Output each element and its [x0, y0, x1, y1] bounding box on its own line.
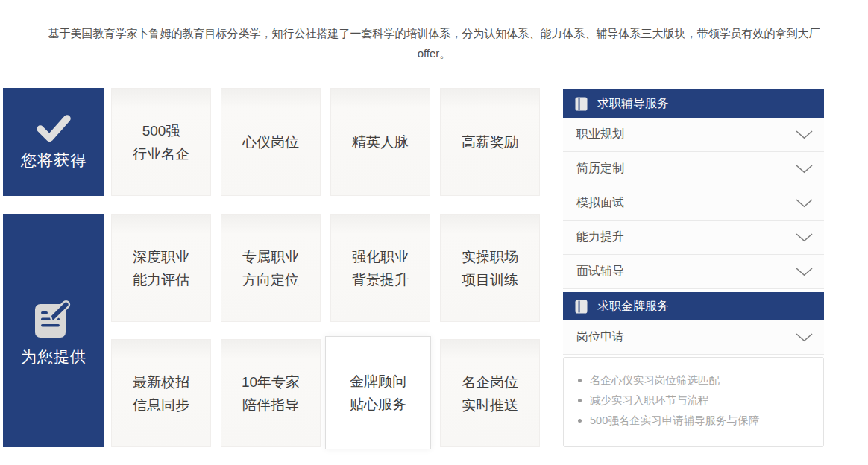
- accordion-label: 能力提升: [576, 230, 624, 245]
- accordion-item-mock-interview[interactable]: 模拟面试: [563, 186, 824, 221]
- card-line: 深度职业: [133, 245, 189, 268]
- provide-card-campus-recruit-sync[interactable]: 最新校招 信息同步: [111, 339, 211, 447]
- accordion-item-ability-improvement[interactable]: 能力提升: [563, 221, 824, 255]
- accordion-item-resume-customization[interactable]: 简历定制: [563, 152, 824, 186]
- accordion-label: 岗位申请: [576, 329, 624, 345]
- chevron-down-icon: [796, 130, 813, 139]
- provide-card-direction-positioning[interactable]: 专属职业 方向定位: [221, 214, 321, 322]
- benefit-item: 减少实习入职环节与流程: [578, 390, 814, 411]
- bullet-dot-icon: [578, 419, 582, 423]
- card-line: 10年专家: [242, 370, 300, 393]
- accordion-label: 简历定制: [576, 161, 624, 177]
- provide-card-career-assessment[interactable]: 深度职业 能力评估: [111, 214, 211, 322]
- intro-line-2: offer。: [0, 43, 868, 63]
- training-system-section: 基于美国教育学家卜鲁姆的教育目标分类学，知行公社搭建了一套科学的培训体系，分为认…: [0, 0, 868, 465]
- intro-paragraph: 基于美国教育学家卜鲁姆的教育目标分类学，知行公社搭建了一套科学的培训体系，分为认…: [0, 23, 868, 63]
- edit-note-icon: [33, 294, 75, 339]
- benefit-text: 500强名企实习申请辅导服务与保障: [590, 411, 759, 431]
- chevron-down-icon: [796, 268, 813, 276]
- benefit-item: 500强名企实习申请辅导服务与保障: [578, 411, 814, 431]
- chevron-down-icon: [796, 233, 813, 242]
- card-line: 行业名企: [133, 142, 189, 165]
- bullet-dot-icon: [578, 379, 582, 382]
- bullet-dot-icon: [578, 399, 582, 402]
- card-line: 陪伴指导: [242, 393, 299, 417]
- gain-card-ideal-position[interactable]: 心仪岗位: [221, 88, 321, 196]
- accordion-item-interview-coaching[interactable]: 面试辅导: [563, 255, 824, 289]
- intro-line-1: 基于美国教育学家卜鲁姆的教育目标分类学，知行公社搭建了一套科学的培训体系，分为认…: [0, 23, 868, 43]
- provide-card-gold-consultant[interactable]: 金牌顾问 贴心服务: [325, 336, 431, 449]
- section-title: 求职金牌服务: [597, 299, 669, 314]
- card-line: 最新校招: [133, 370, 189, 393]
- card-line: 高薪奖励: [462, 130, 518, 154]
- card-line: 能力评估: [133, 268, 189, 291]
- gain-card-500-companies[interactable]: 500强 行业名企: [111, 88, 211, 196]
- section-header: 求职辅导服务: [563, 89, 824, 118]
- provide-card-expert-guidance[interactable]: 10年专家 陪伴指导: [221, 339, 321, 447]
- card-line: 实操职场: [462, 245, 518, 268]
- services-sidebar: 求职辅导服务 职业规划 简历定制 模拟面试 能力: [563, 89, 824, 447]
- book-icon: [575, 97, 588, 111]
- card-line: 项目训练: [462, 268, 518, 291]
- panel-provide-label: 为您提供: [21, 347, 87, 367]
- card-line: 方向定位: [242, 268, 299, 291]
- gain-card-elite-network[interactable]: 精英人脉: [330, 88, 430, 196]
- accordion-label: 职业规划: [576, 127, 624, 142]
- gold-service-benefits-box: 名企心仪实习岗位筛选匹配 减少实习入职环节与流程 500强名企实习申请辅导服务与…: [563, 357, 824, 447]
- benefit-text: 减少实习入职环节与流程: [590, 390, 709, 411]
- card-line: 实时推送: [462, 393, 518, 417]
- card-line: 信息同步: [133, 393, 189, 417]
- accordion-label: 面试辅导: [576, 264, 624, 279]
- accordion-item-job-application[interactable]: 岗位申请: [563, 320, 824, 355]
- accordion-item-career-planning[interactable]: 职业规划: [563, 118, 824, 152]
- chevron-down-icon: [796, 333, 813, 342]
- provide-card-background-boost[interactable]: 强化职业 背景提升: [330, 214, 430, 322]
- card-line: 贴心服务: [350, 393, 406, 416]
- provide-card-project-training[interactable]: 实操职场 项目训练: [440, 214, 540, 322]
- card-line: 名企岗位: [462, 370, 518, 393]
- accordion-label: 模拟面试: [576, 195, 624, 211]
- book-icon: [575, 300, 588, 314]
- card-line: 精英人脉: [352, 130, 409, 154]
- panel-you-will-gain: 您将获得: [3, 88, 104, 196]
- card-line: 背景提升: [352, 268, 409, 291]
- panel-gain-label: 您将获得: [21, 150, 87, 171]
- card-line: 500强: [142, 119, 180, 142]
- benefit-item: 名企心仪实习岗位筛选匹配: [578, 370, 814, 390]
- benefit-text: 名企心仪实习岗位筛选匹配: [590, 370, 720, 390]
- gain-card-high-salary[interactable]: 高薪奖励: [440, 88, 540, 196]
- card-line: 金牌顾问: [350, 370, 406, 393]
- card-line: 专属职业: [242, 245, 299, 268]
- chevron-down-icon: [796, 199, 813, 208]
- section-header: 求职金牌服务: [563, 292, 824, 320]
- panel-we-provide: 为您提供: [3, 214, 104, 447]
- card-line: 强化职业: [352, 245, 409, 268]
- section-title: 求职辅导服务: [597, 96, 669, 112]
- check-icon: [35, 114, 72, 142]
- provide-card-job-push[interactable]: 名企岗位 实时推送: [440, 339, 540, 447]
- section-coaching-services: 求职辅导服务 职业规划 简历定制 模拟面试 能力: [563, 89, 824, 289]
- section-gold-services: 求职金牌服务 岗位申请 名企心仪实习岗位筛选匹配 减少实习入职环节与流程: [563, 292, 824, 447]
- card-line: 心仪岗位: [242, 130, 299, 154]
- chevron-down-icon: [796, 165, 813, 174]
